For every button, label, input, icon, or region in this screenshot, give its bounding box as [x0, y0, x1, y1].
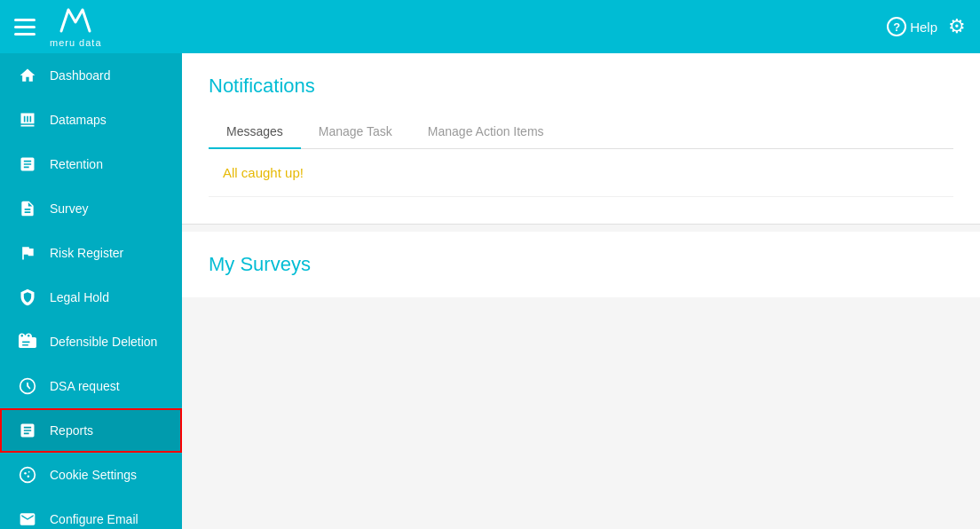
dsa-icon: [18, 376, 37, 396]
tab-manage-task[interactable]: Manage Task: [301, 115, 410, 149]
tab-manage-action-items[interactable]: Manage Action Items: [410, 115, 562, 149]
legal-hold-icon: [18, 288, 37, 307]
sidebar-label-dashboard: Dashboard: [50, 68, 111, 83]
flag-icon: [18, 243, 37, 263]
sidebar-item-defensible-deletion[interactable]: Defensible Deletion: [0, 320, 182, 364]
content-area: Notifications Messages Manage Task Manag…: [182, 53, 980, 529]
datamaps-icon: [18, 110, 37, 130]
sidebar-label-risk-register: Risk Register: [50, 246, 123, 260]
notifications-section: Notifications Messages Manage Task Manag…: [182, 53, 980, 225]
tabs-container: Messages Manage Task Manage Action Items: [209, 115, 953, 149]
svg-point-2: [24, 472, 27, 475]
sidebar-label-cookie-settings: Cookie Settings: [50, 468, 137, 482]
notifications-title: Notifications: [209, 75, 953, 98]
logo-letter: [59, 6, 91, 37]
svg-point-1: [20, 468, 36, 483]
sidebar-item-retention[interactable]: Retention: [0, 142, 182, 186]
svg-point-3: [28, 471, 30, 473]
sidebar-item-dsa-request[interactable]: DSA request: [0, 364, 182, 408]
sidebar-item-configure-email[interactable]: Configure Email: [0, 497, 182, 529]
surveys-title: My Surveys: [209, 253, 953, 276]
help-icon: ?: [887, 17, 906, 36]
help-button[interactable]: ? Help: [887, 17, 937, 36]
reports-icon: [18, 421, 37, 440]
sidebar-item-risk-register[interactable]: Risk Register: [0, 231, 182, 275]
sidebar-item-datamaps[interactable]: Datamaps: [0, 98, 182, 142]
sidebar-label-legal-hold: Legal Hold: [50, 290, 109, 304]
settings-icon[interactable]: ⚙: [948, 15, 966, 38]
tab-messages[interactable]: Messages: [209, 115, 301, 149]
all-caught-up-message: All caught up!: [209, 149, 953, 197]
header: meru data ? Help ⚙: [0, 0, 980, 53]
sidebar-label-defensible-deletion: Defensible Deletion: [50, 335, 157, 349]
home-icon: [18, 66, 37, 85]
sidebar-item-cookie-settings[interactable]: Cookie Settings: [0, 453, 182, 497]
hamburger-button[interactable]: [14, 19, 36, 36]
sidebar: Dashboard Datamaps Retention Survey Risk: [0, 53, 182, 529]
logo-text: meru data: [50, 37, 102, 48]
cookie-icon: [18, 465, 37, 485]
header-left: meru data: [14, 6, 102, 48]
sidebar-label-reports: Reports: [50, 423, 93, 438]
sidebar-label-dsa-request: DSA request: [50, 379, 120, 393]
sidebar-label-datamaps: Datamaps: [50, 113, 107, 127]
sidebar-item-survey[interactable]: Survey: [0, 186, 182, 231]
logo: meru data: [50, 6, 102, 48]
email-icon: [18, 509, 37, 529]
sidebar-item-dashboard[interactable]: Dashboard: [0, 53, 182, 98]
sidebar-label-survey: Survey: [50, 201, 89, 216]
help-label: Help: [910, 20, 937, 35]
sidebar-label-configure-email: Configure Email: [50, 512, 138, 526]
header-right: ? Help ⚙: [887, 15, 966, 38]
retention-icon: [18, 154, 37, 174]
surveys-section: My Surveys: [182, 232, 980, 297]
svg-point-4: [28, 475, 30, 478]
survey-icon: [18, 199, 37, 218]
sidebar-item-reports[interactable]: Reports: [0, 408, 182, 453]
defensible-deletion-icon: [18, 332, 37, 351]
sidebar-item-legal-hold[interactable]: Legal Hold: [0, 275, 182, 320]
main-layout: Dashboard Datamaps Retention Survey Risk: [0, 53, 980, 529]
sidebar-label-retention: Retention: [50, 157, 103, 171]
